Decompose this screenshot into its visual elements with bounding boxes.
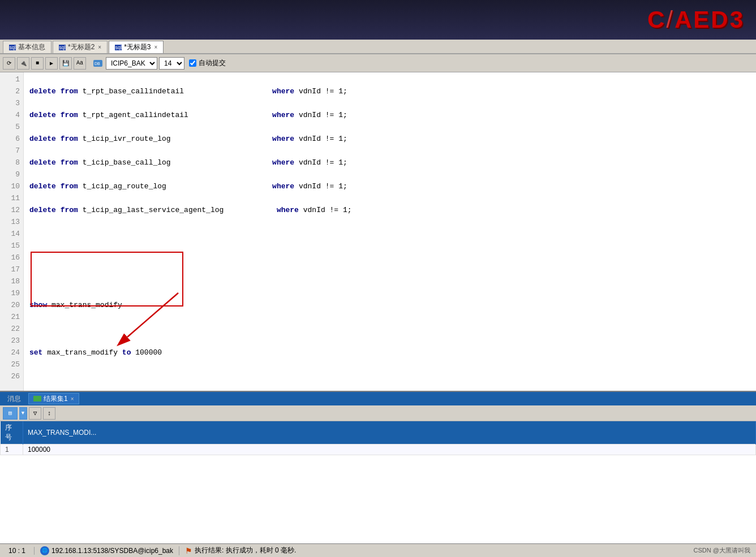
- line-numbers: 12345 678910 1112131415 1617181920 21222…: [0, 72, 24, 391]
- result-text: 执行结果: 执行成功，耗时 0 毫秒.: [195, 546, 296, 555]
- app-logo: C/AED3: [647, 6, 745, 33]
- logo-d: D: [711, 6, 729, 33]
- tab-label-3: *无标题3: [124, 42, 151, 52]
- stop-button[interactable]: ■: [31, 57, 44, 70]
- database-select[interactable]: ICIP6_BAK: [106, 57, 157, 70]
- schema-icon: DB: [92, 57, 104, 70]
- results-tab-close[interactable]: ×: [71, 396, 74, 402]
- connect-button[interactable]: 🔌: [17, 57, 29, 70]
- cell-seq-1: 1: [1, 444, 23, 455]
- table-row[interactable]: 1 100000: [1, 444, 756, 455]
- tab-untitled2[interactable]: sql *无标题2 ×: [53, 41, 108, 53]
- watermark: CSDN @大黑请叫我: [694, 546, 756, 555]
- code-line-11: [29, 323, 352, 335]
- code-line-13: [29, 370, 352, 382]
- logo-b: 3: [730, 6, 745, 33]
- cursor-position: 10 : 1: [0, 547, 35, 555]
- tab-basic-info[interactable]: sql 基本信息: [3, 41, 51, 53]
- cell-value-1: 100000: [23, 444, 756, 455]
- svg-text:DB: DB: [94, 62, 100, 66]
- header: C/AED3: [0, 0, 756, 40]
- code-line-2: delete from t_rpt_agent_callindetail whe…: [29, 109, 352, 121]
- code-line-12: set max_trans_modify to 100000: [29, 347, 352, 359]
- run-button[interactable]: ▶: [45, 57, 58, 70]
- export-grid-button[interactable]: ⊞: [3, 407, 18, 420]
- connection-icon: 🌐: [40, 546, 49, 555]
- tab-icon-sql3: sql: [115, 45, 122, 50]
- font-button[interactable]: Aa: [74, 57, 86, 70]
- tab-label-1: 基本信息: [18, 42, 45, 52]
- tab-close-3[interactable]: ×: [154, 44, 158, 50]
- tab-results[interactable]: 结果集1 ×: [28, 393, 79, 404]
- logo-e: E: [693, 6, 711, 33]
- tab-close-2[interactable]: ×: [98, 44, 101, 50]
- connection-status: 🌐 192.168.1.13:5138/SYSDBA@icip6_bak: [35, 546, 179, 555]
- filter-button[interactable]: ▽: [29, 407, 41, 420]
- toolbar: ⟳ 🔌 ■ ▶ 💾 Aa DB ICIP6_BAK 10 12 14 16 18…: [0, 54, 756, 72]
- exec-icon: ⚑: [185, 546, 192, 555]
- code-line-3: delete from t_icip_ivr_route_log where v…: [29, 133, 352, 145]
- code-line-10: show max_trans_modify: [29, 299, 352, 311]
- main-area: 12345 678910 1112131415 1617181920 21222…: [0, 72, 756, 543]
- logo-c: C: [647, 6, 666, 33]
- code-line-4: delete from t_icip_base_call_log where v…: [29, 157, 352, 169]
- auto-commit-label: 自动提交: [199, 58, 226, 68]
- bottom-toolbar: ⊞ ▼ ▽ ↕: [0, 405, 756, 421]
- execution-result: ⚑ 执行结果: 执行成功，耗时 0 毫秒.: [179, 546, 302, 555]
- results-icon: [33, 396, 41, 401]
- header-max-trans: MAX_TRANS_MODI...: [23, 421, 756, 444]
- code-line-1: delete from t_rpt_base_callindetail wher…: [29, 85, 352, 97]
- code-line-9: [29, 275, 352, 287]
- tab-messages[interactable]: 消息: [3, 393, 25, 404]
- auto-commit-checkbox[interactable]: [189, 59, 196, 67]
- tab-icon-sql2: sql: [59, 45, 66, 50]
- logo-slash: /: [666, 6, 675, 33]
- export-dropdown-button[interactable]: ▼: [19, 407, 27, 420]
- tab-bar: sql 基本信息 sql *无标题2 × sql *无标题3 ×: [0, 40, 756, 54]
- tab-untitled3[interactable]: sql *无标题3 ×: [109, 41, 164, 53]
- bottom-tab-bar: 消息 结果集1 ×: [0, 392, 756, 405]
- font-size-select[interactable]: 10 12 14 16 18: [159, 57, 184, 70]
- bottom-panel: 消息 结果集1 × ⊞ ▼ ▽ ↕ 序号: [0, 391, 756, 543]
- messages-tab-label: 消息: [7, 394, 21, 404]
- result-grid[interactable]: 序号 MAX_TRANS_MODI... 1 100000: [0, 421, 756, 543]
- header-seq: 序号: [1, 421, 23, 444]
- code-editor[interactable]: delete from t_rpt_base_callindetail wher…: [24, 72, 358, 391]
- table-header-row: 序号 MAX_TRANS_MODI...: [1, 421, 756, 444]
- results-tab-label: 结果集1: [44, 394, 68, 404]
- connection-string: 192.168.1.13:5138/SYSDBA@icip6_bak: [51, 547, 173, 555]
- refresh-button[interactable]: ⟳: [3, 57, 15, 70]
- code-line-7: [29, 228, 352, 240]
- tab-icon-sql1: sql: [9, 45, 16, 50]
- result-table: 序号 MAX_TRANS_MODI... 1 100000: [0, 421, 756, 455]
- sort-button[interactable]: ↕: [43, 407, 55, 420]
- code-line-6: delete from t_icip_ag_last_service_agent…: [29, 204, 352, 216]
- editor-wrapper: 12345 678910 1112131415 1617181920 21222…: [0, 72, 756, 391]
- status-bar: 10 : 1 🌐 192.168.1.13:5138/SYSDBA@icip6_…: [0, 543, 756, 557]
- auto-commit-section: 自动提交: [189, 58, 226, 68]
- editor-content[interactable]: 12345 678910 1112131415 1617181920 21222…: [0, 72, 358, 391]
- save-button[interactable]: 💾: [59, 57, 72, 70]
- tab-label-2: *无标题2: [68, 42, 94, 52]
- code-line-5: delete from t_icip_ag_route_log where vd…: [29, 180, 352, 192]
- logo-a: A: [675, 6, 693, 33]
- code-line-8: [29, 252, 352, 264]
